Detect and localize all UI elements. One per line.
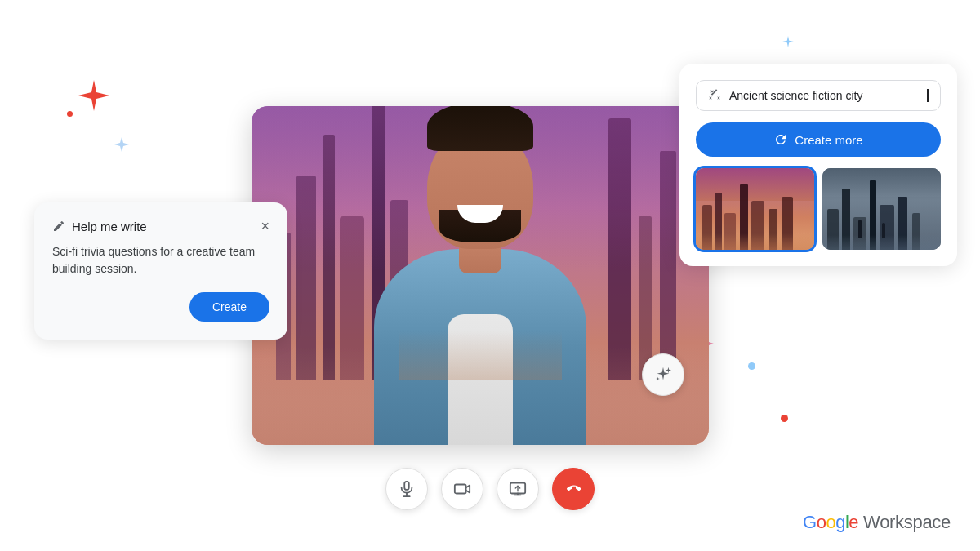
google-letter-e: e <box>849 512 858 533</box>
create-more-button[interactable]: Create more <box>696 122 941 157</box>
pen-icon <box>52 220 65 233</box>
mic-button[interactable] <box>385 468 428 510</box>
dot-blue-right <box>748 362 755 370</box>
help-write-body: Sci-fi trivia questions for a creative t… <box>52 243 270 278</box>
person <box>350 135 611 445</box>
image-results-grid <box>696 168 941 250</box>
dot-red-right <box>781 415 788 422</box>
ai-prompt-input[interactable]: Ancient science fiction city <box>696 80 941 111</box>
person-hands <box>399 331 562 380</box>
camera-button[interactable] <box>441 468 483 510</box>
dot-red-left <box>67 111 73 117</box>
help-me-write-card: Help me write × Sci-fi trivia questions … <box>34 202 287 340</box>
image-result-2[interactable] <box>822 168 941 250</box>
person-hair <box>427 106 533 151</box>
svg-rect-0 <box>404 482 409 490</box>
workspace-label: Workspace <box>863 512 951 533</box>
video-card <box>252 106 709 445</box>
google-letter-o2: o <box>826 512 835 533</box>
wand-icon <box>708 89 721 102</box>
end-call-button[interactable] <box>552 468 595 510</box>
magic-effects-button[interactable] <box>642 353 684 396</box>
video-controls-bar <box>385 468 595 510</box>
svg-rect-3 <box>455 485 466 494</box>
google-letter-g: G <box>803 512 817 533</box>
screen-share-button[interactable] <box>497 468 539 510</box>
thumb-img-warm <box>696 168 814 250</box>
sparkle-top-left-red <box>78 80 109 114</box>
ai-image-card: Ancient science fiction city Create more <box>679 64 957 266</box>
google-workspace-branding: Google Workspace <box>803 512 951 533</box>
help-write-title: Help me write <box>72 220 147 233</box>
sparkle-top-right <box>782 36 794 51</box>
google-letter-o1: o <box>817 512 826 533</box>
prompt-text: Ancient science fiction city <box>729 89 918 102</box>
card-title-row: Help me write <box>52 220 147 233</box>
card-header: Help me write × <box>52 219 270 233</box>
google-letter-g2: g <box>835 512 845 533</box>
create-button[interactable]: Create <box>189 292 270 322</box>
text-cursor <box>927 89 929 102</box>
image-result-1[interactable] <box>696 168 814 250</box>
refresh-icon <box>773 132 788 147</box>
sparkle-left-blue <box>114 137 129 155</box>
close-button[interactable]: × <box>261 219 270 233</box>
google-logo: Google <box>803 512 858 533</box>
thumb-img-cool <box>822 168 941 250</box>
